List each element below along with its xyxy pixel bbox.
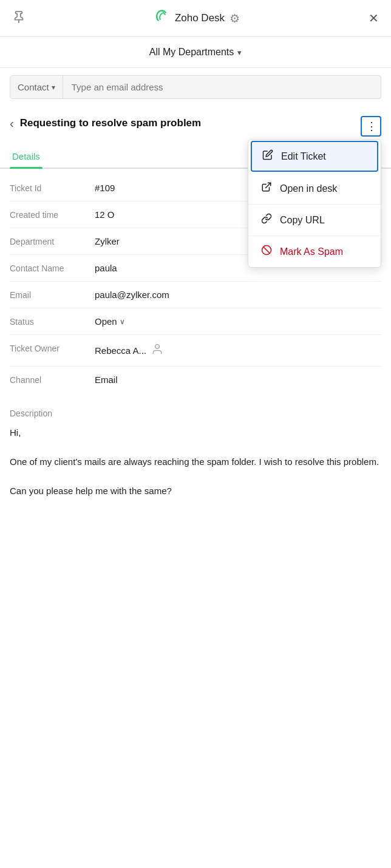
- status-row: Status Open ∨: [10, 308, 381, 335]
- department-chevron-icon: ▾: [237, 48, 242, 57]
- search-bar: Contact ▾: [10, 75, 381, 99]
- edit-ticket-label: Edit Ticket: [281, 151, 326, 162]
- ticket-header: ‹ Requesting to resolve spam problem ⋮ E…: [0, 106, 391, 143]
- more-dots-icon: ⋮: [366, 121, 376, 132]
- status-value-text: Open: [95, 316, 117, 327]
- description-label: Description: [10, 405, 381, 426]
- svg-line-3: [264, 247, 270, 254]
- contact-filter-button[interactable]: Contact ▾: [10, 76, 63, 98]
- open-in-desk-menu-item[interactable]: Open in desk: [248, 173, 381, 205]
- top-bar: Zoho Desk ⚙ ✕: [0, 0, 391, 37]
- edit-ticket-menu-item[interactable]: Edit Ticket: [251, 141, 378, 172]
- contact-name-label: Contact Name: [10, 263, 95, 273]
- tab-details[interactable]: Details: [10, 145, 42, 168]
- description-content: Hi, One of my client's mails are always …: [10, 426, 381, 498]
- email-label: Email: [10, 290, 95, 300]
- description-section: Description Hi, One of my client's mails…: [0, 399, 391, 498]
- status-chevron-icon: ∨: [120, 317, 125, 326]
- zoho-logo-icon: [154, 8, 170, 28]
- svg-line-1: [266, 183, 271, 188]
- ticket-owner-label: Ticket Owner: [10, 343, 95, 353]
- pin-icon[interactable]: [12, 10, 25, 27]
- person-icon[interactable]: [151, 343, 163, 358]
- description-line-1: Hi,: [10, 426, 381, 440]
- status-label: Status: [10, 316, 95, 327]
- edit-icon: [262, 149, 274, 163]
- contact-chevron-icon: ▾: [52, 83, 55, 92]
- ticket-owner-value: Rebecca A...: [95, 343, 381, 358]
- open-external-icon: [260, 181, 273, 195]
- copy-url-label: Copy URL: [280, 215, 325, 226]
- svg-point-4: [155, 345, 160, 349]
- ticket-title: Requesting to resolve spam problem: [20, 116, 355, 131]
- top-bar-center: Zoho Desk ⚙: [154, 8, 240, 28]
- email-value: paula@zylker.com: [95, 290, 381, 300]
- mark-as-spam-menu-item[interactable]: Mark As Spam: [248, 236, 381, 267]
- description-line-3: Can you please help me with the same?: [10, 484, 381, 498]
- link-icon: [260, 213, 273, 227]
- department-field-label: Department: [10, 236, 95, 246]
- app-title: Zoho Desk: [175, 12, 225, 24]
- close-icon[interactable]: ✕: [369, 11, 379, 25]
- status-dropdown[interactable]: Open ∨: [95, 316, 381, 327]
- department-label: All My Departments: [149, 47, 234, 58]
- email-search-input[interactable]: [63, 76, 381, 98]
- created-time-label: Created time: [10, 209, 95, 220]
- description-line-2: One of my client's mails are always reac…: [10, 455, 381, 469]
- settings-icon[interactable]: ⚙: [229, 12, 240, 25]
- email-row: Email paula@zylker.com: [10, 282, 381, 308]
- back-button[interactable]: ‹: [10, 117, 14, 129]
- spam-icon: [260, 245, 273, 259]
- channel-label: Channel: [10, 375, 95, 385]
- owner-name-text: Rebecca A...: [95, 345, 146, 356]
- ticket-owner-row: Ticket Owner Rebecca A...: [10, 335, 381, 367]
- ticket-id-label: Ticket Id: [10, 183, 95, 193]
- context-menu: Edit Ticket Open in desk Copy URL: [248, 139, 381, 268]
- open-in-desk-label: Open in desk: [280, 183, 337, 194]
- department-selector[interactable]: All My Departments ▾: [0, 37, 391, 68]
- channel-row: Channel Email: [10, 367, 381, 393]
- copy-url-menu-item[interactable]: Copy URL: [248, 205, 381, 236]
- channel-value: Email: [95, 375, 381, 385]
- more-options-button[interactable]: ⋮: [361, 116, 381, 137]
- mark-as-spam-label: Mark As Spam: [280, 246, 343, 257]
- contact-filter-label: Contact: [18, 82, 49, 92]
